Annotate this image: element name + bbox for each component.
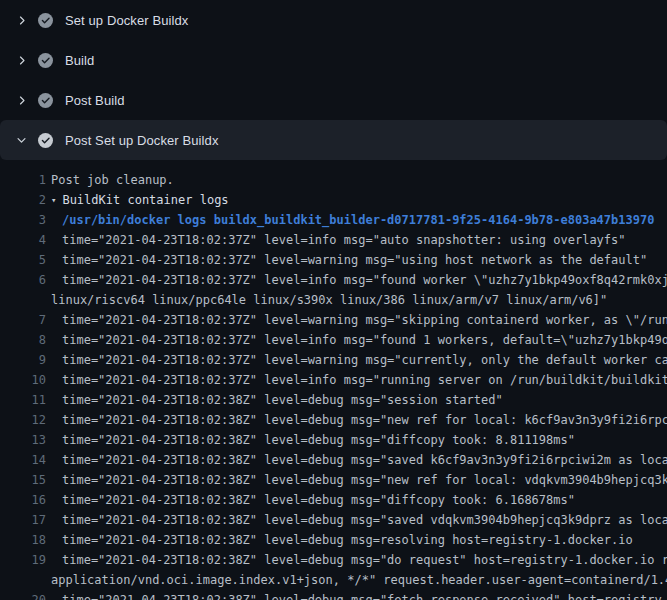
log-line-text: application/vnd.oci.image.index.v1+json,… xyxy=(51,570,667,590)
line-number[interactable]: 6 xyxy=(0,270,46,290)
log-line: 9 time="2021-04-23T18:02:37Z" level=warn… xyxy=(0,350,667,370)
chevron-right-icon xyxy=(13,12,29,28)
step-label: Build xyxy=(65,53,94,68)
step-header[interactable]: Set up Docker Buildx xyxy=(0,0,667,40)
log-line-text: linux/riscv64 linux/ppc64le linux/s390x … xyxy=(51,290,607,310)
log-line: 10 time="2021-04-23T18:02:37Z" level=inf… xyxy=(0,370,667,390)
check-circle-icon xyxy=(37,12,53,28)
line-number[interactable]: 13 xyxy=(0,430,46,450)
log-line-text: time="2021-04-23T18:02:37Z" level=info m… xyxy=(62,330,667,350)
log-line-text: time="2021-04-23T18:02:38Z" level=debug … xyxy=(62,530,633,550)
log-line: 7 time="2021-04-23T18:02:37Z" level=warn… xyxy=(0,310,667,330)
log-line: 4 time="2021-04-23T18:02:37Z" level=info… xyxy=(0,230,667,250)
log-line: 17 time="2021-04-23T18:02:38Z" level=deb… xyxy=(0,510,667,530)
line-number[interactable]: 19 xyxy=(0,550,46,570)
step-header[interactable]: Build xyxy=(0,40,667,80)
log-line-text: time="2021-04-23T18:02:37Z" level=warnin… xyxy=(62,310,667,330)
line-number[interactable]: 5 xyxy=(0,250,46,270)
log-line: 14 time="2021-04-23T18:02:38Z" level=deb… xyxy=(0,450,667,470)
log-area: 1 Post job cleanup. 2 ▾BuildKit containe… xyxy=(0,160,667,600)
log-line-text: time="2021-04-23T18:02:38Z" level=debug … xyxy=(62,430,575,450)
log-group-label: BuildKit container logs xyxy=(62,193,228,207)
line-number[interactable]: 17 xyxy=(0,510,46,530)
step-header[interactable]: Post Set up Docker Buildx xyxy=(0,120,667,160)
log-line-text: time="2021-04-23T18:02:38Z" level=debug … xyxy=(62,490,575,510)
step-label: Set up Docker Buildx xyxy=(65,13,188,28)
step-label: Post Build xyxy=(65,93,125,108)
log-line: 16 time="2021-04-23T18:02:38Z" level=deb… xyxy=(0,490,667,510)
log-line-text: Post job cleanup. xyxy=(51,170,174,190)
check-circle-icon xyxy=(37,132,53,148)
log-line-text: time="2021-04-23T18:02:38Z" level=debug … xyxy=(62,410,667,430)
chevron-down-icon xyxy=(13,132,29,148)
log-line-text: time="2021-04-23T18:02:37Z" level=warnin… xyxy=(62,350,667,370)
log-line: 8 time="2021-04-23T18:02:37Z" level=info… xyxy=(0,330,667,350)
log-line: 6 time="2021-04-23T18:02:37Z" level=info… xyxy=(0,270,667,290)
line-number[interactable]: 9 xyxy=(0,350,46,370)
log-line-text: time="2021-04-23T18:02:37Z" level=info m… xyxy=(62,270,667,290)
log-line-text: time="2021-04-23T18:02:37Z" level=info m… xyxy=(62,230,626,250)
line-number[interactable]: 1 xyxy=(0,170,46,190)
line-number xyxy=(0,290,46,310)
chevron-right-icon xyxy=(13,52,29,68)
log-line: 2 ▾BuildKit container logs xyxy=(0,190,667,210)
line-number[interactable]: 2 xyxy=(0,190,46,210)
log-line-text: time="2021-04-23T18:02:38Z" level=debug … xyxy=(62,450,667,470)
log-line: 13 time="2021-04-23T18:02:38Z" level=deb… xyxy=(0,430,667,450)
line-number[interactable]: 7 xyxy=(0,310,46,330)
line-number[interactable]: 3 xyxy=(0,210,46,230)
check-circle-icon xyxy=(37,52,53,68)
steps-list: Set up Docker Buildx Build P xyxy=(0,0,667,160)
line-number[interactable]: 18 xyxy=(0,530,46,550)
triangle-down-icon: ▾ xyxy=(51,190,56,210)
log-line: 12 time="2021-04-23T18:02:38Z" level=deb… xyxy=(0,410,667,430)
log-line-text: time="2021-04-23T18:02:37Z" level=warnin… xyxy=(62,250,647,270)
line-number[interactable]: 10 xyxy=(0,370,46,390)
log-line: 5 time="2021-04-23T18:02:37Z" level=warn… xyxy=(0,250,667,270)
log-line-text: time="2021-04-23T18:02:38Z" level=debug … xyxy=(62,590,667,600)
line-number[interactable]: 4 xyxy=(0,230,46,250)
log-line-text: time="2021-04-23T18:02:38Z" level=debug … xyxy=(62,390,503,410)
log-line: application/vnd.oci.image.index.v1+json,… xyxy=(0,570,667,590)
chevron-right-icon xyxy=(13,92,29,108)
line-number[interactable]: 15 xyxy=(0,470,46,490)
log-line: 15 time="2021-04-23T18:02:38Z" level=deb… xyxy=(0,470,667,490)
log-line: linux/riscv64 linux/ppc64le linux/s390x … xyxy=(0,290,667,310)
step-header[interactable]: Post Build xyxy=(0,80,667,120)
log-line: 20 time="2021-04-23T18:02:38Z" level=deb… xyxy=(0,590,667,600)
log-line-text: time="2021-04-23T18:02:38Z" level=debug … xyxy=(62,510,667,530)
line-number[interactable]: 16 xyxy=(0,490,46,510)
log-line: 19 time="2021-04-23T18:02:38Z" level=deb… xyxy=(0,550,667,570)
check-circle-icon xyxy=(37,92,53,108)
line-number xyxy=(0,570,46,590)
log-line: 1 Post job cleanup. xyxy=(0,170,667,190)
log-line: 3 /usr/bin/docker logs buildx_buildkit_b… xyxy=(0,210,667,230)
log-group-toggle[interactable]: ▾BuildKit container logs xyxy=(51,190,229,210)
line-number[interactable]: 11 xyxy=(0,390,46,410)
log-line-text: time="2021-04-23T18:02:38Z" level=debug … xyxy=(62,550,667,570)
step-label: Post Set up Docker Buildx xyxy=(65,133,219,148)
log-line-text: time="2021-04-23T18:02:38Z" level=debug … xyxy=(62,470,667,490)
log-line: 11 time="2021-04-23T18:02:38Z" level=deb… xyxy=(0,390,667,410)
line-number[interactable]: 12 xyxy=(0,410,46,430)
line-number[interactable]: 8 xyxy=(0,330,46,350)
line-number[interactable]: 14 xyxy=(0,450,46,470)
log-line-text: /usr/bin/docker logs buildx_buildkit_bui… xyxy=(62,210,654,230)
log-line: 18 time="2021-04-23T18:02:38Z" level=deb… xyxy=(0,530,667,550)
log-line-text: time="2021-04-23T18:02:37Z" level=info m… xyxy=(62,370,667,390)
line-number[interactable]: 20 xyxy=(0,590,46,600)
